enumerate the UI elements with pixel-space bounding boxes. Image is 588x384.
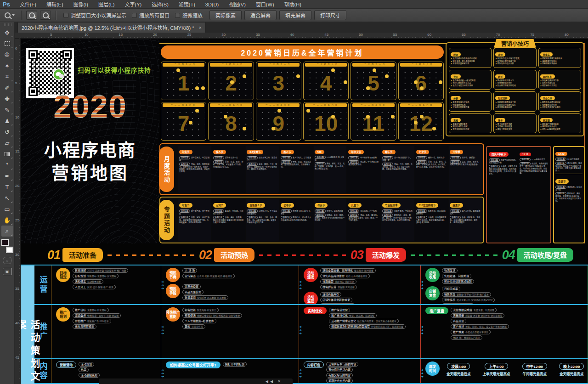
mindmap-item: 店铺整体流量转化效果 <box>320 298 352 302</box>
tip-bullet: 团长佣金激励拉新 <box>495 106 534 109</box>
menu-item[interactable]: 图像(I) <box>68 2 93 7</box>
view-button-打印尺寸[interactable]: 打印尺寸 <box>314 10 346 20</box>
vertical-ruler[interactable]: 051015202530354045 <box>15 39 21 384</box>
tool-flyout-arrow <box>11 69 12 70</box>
horizontal-ruler[interactable]: 5101520253035404550556065707580 <box>15 33 588 39</box>
foreground-color-swatch[interactable] <box>1 239 9 246</box>
option-checkbox[interactable]: 调整窗口大小以满屏显示 <box>63 11 126 19</box>
mindmap-badge: 活动 监控 <box>304 292 318 304</box>
menu-item[interactable]: 图层(L) <box>93 2 119 7</box>
ruler-number: 55 <box>393 33 397 37</box>
menu-item[interactable]: 视图(V) <box>224 2 251 7</box>
year-end-card: 12.22 活动主题12.12年末狂欢 适用行业各行业通用，错过双11后，双12… <box>553 146 585 243</box>
path-selection-tool[interactable]: ↖ <box>1 192 13 203</box>
menu-item[interactable]: 帮助(H) <box>279 2 306 7</box>
industry-key: 适用行业 <box>315 214 326 217</box>
calendar-highlight-date <box>296 74 300 78</box>
zoom-in-button[interactable]: + <box>26 11 37 20</box>
mindmap-item-note: 营销后台·商品数据·页面数据 <box>197 296 226 299</box>
menu-item[interactable]: 滤镜(T) <box>174 2 200 7</box>
type-tool[interactable]: T <box>1 181 13 192</box>
option-checkbox[interactable]: 细微缩放 <box>175 11 203 19</box>
shape-tool[interactable]: ▭ <box>1 203 13 215</box>
activity-industry: 适用行业百货、家居、电子产品等，因家宴待客可提前烘托气氛，为家庭置换一波新年氛围… <box>179 216 210 224</box>
theme-key: 活动主题 <box>213 209 224 213</box>
checkbox-box[interactable] <box>63 13 68 18</box>
mindmap-item-note: 朋友圈·实时战报 <box>338 286 355 288</box>
option-checkboxes: 调整窗口大小以满屏显示缩放所有窗口细微缩放 <box>61 11 205 19</box>
mindmap-badge: 内容打造 <box>304 361 324 368</box>
mindmap-item: 活动规划 <box>79 362 94 367</box>
phase-column-4: 群发 时间凌晨4:00全天曝光最低点上午8:00上半天曝光最高点中午12:00午… <box>421 359 588 383</box>
monthly-cards: 年货节活动主题迎年货大礼，年货促销购适用行业食品、生鲜、家居百货等，结合年前用户… <box>177 144 483 194</box>
view-button-适合屏幕[interactable]: 适合屏幕 <box>244 10 277 20</box>
menu-item[interactable]: 3D(D) <box>200 2 224 7</box>
eyedropper-tool[interactable]: ✐ <box>1 82 13 93</box>
menu-item[interactable]: 编辑(E) <box>41 2 68 7</box>
tip-bullet: 预告加回放沉淀内容 <box>451 128 490 131</box>
activity-title: 年货节 <box>179 203 192 208</box>
panel-grip[interactable] <box>3 23 12 26</box>
history-brush-tool[interactable]: ↺ <box>1 126 13 137</box>
move-tool[interactable]: ✥ <box>1 27 13 38</box>
tip-label: 社区团购 <box>495 96 510 100</box>
zoom-out-button[interactable]: − <box>40 11 51 20</box>
crop-tool[interactable]: ⌗ <box>1 71 13 82</box>
calendar-month-number: 3 <box>256 67 301 100</box>
hand-tool[interactable]: ✋ <box>1 215 13 226</box>
document-tab[interactable]: 2020小程序电商营销地图.jpg @ 12.5% (扫码可以获得小程序扶持, … <box>17 22 206 33</box>
activity-industry: 适用行业美妆、珠宝、服饰、鲜花、巧克力等，可设置情人节专题，为TA挑选心仪礼品。 <box>213 160 244 168</box>
rectangular-marquee-tool[interactable] <box>1 38 13 49</box>
calendar-weekday-header: 一二三四五六日 <box>163 63 204 67</box>
calendar-month-card: 一二三四五六日3 <box>256 62 301 100</box>
row-columns: 目标 制定目标拆解2019年活动复盘·同比增长率·推广预算目标规划销售目标·流量… <box>51 265 588 304</box>
background-color-swatch[interactable] <box>6 247 13 253</box>
qr-finder <box>62 50 72 59</box>
menu-item[interactable]: 选择(S) <box>147 2 174 7</box>
activity-theme: 活动主题5.20谐音表白“你”大促销 <box>315 156 346 161</box>
zoom-tool[interactable]: ⌕ <box>1 226 13 237</box>
calendar-grid: 一二三四五六日1一二三四五六日2一二三四五六日3一二三四五六日4一二三四五六日5… <box>161 62 444 141</box>
tip-card: 直播直播间专属优惠券限时秒杀配合讲解预告加回放沉淀内容 <box>449 113 492 134</box>
checkbox-box[interactable] <box>175 13 180 18</box>
menu-item[interactable]: 文字(Y) <box>119 2 147 7</box>
menu-item[interactable]: 文件(F) <box>15 2 41 7</box>
bottom-strip[interactable]: ◀◀ ✕ <box>99 378 293 384</box>
mindmap-item: 热卖 <box>79 367 89 372</box>
mindmap-item-note: 活动整体规划 <box>87 280 101 283</box>
option-checkbox[interactable]: 缩放所有窗口 <box>132 11 170 19</box>
checkbox-box[interactable] <box>132 13 137 18</box>
activity-title: 七夕节 <box>416 150 430 154</box>
mindmap-item: 推广素材优化文案、商品图、活动海报 <box>329 313 377 318</box>
current-tool-indicator[interactable] <box>3 12 17 18</box>
tip-card: 社区团购社区团长建群接龙下单次日自提降低履约成本团长佣金激励拉新 <box>493 91 536 112</box>
brush-tool[interactable]: ✎ <box>1 104 13 115</box>
screen-mode-icon[interactable]: ▣ <box>3 268 12 275</box>
quick-mask-icon[interactable]: ◌ <box>3 257 12 264</box>
pen-tool[interactable]: ✒ <box>1 170 13 181</box>
lasso-tool[interactable]: ✇ <box>1 49 13 60</box>
color-swatches[interactable] <box>1 239 13 253</box>
document-canvas[interactable]: 扫码可以获得小程序扶持 2020 小程序电商 营销地图 2020营销日历&全年营… <box>21 39 588 384</box>
view-button-实际像素[interactable]: 实际像素 <box>209 10 242 20</box>
industry-key: 适用行业 <box>450 160 461 164</box>
tool-list: ✥✇✶⌗✐✚✎♟↺▱❜✒T↖▭✋⌕ <box>1 27 13 237</box>
mindmap-badge: 推广 规划 <box>56 307 70 322</box>
activity-industry: 适用行业食品、生鲜、家居百货等，结合年前用户消费需求，推出年货爆款：囤年货/送礼… <box>179 163 210 173</box>
blur-tool[interactable]: ❜ <box>1 159 13 170</box>
mindmap-item-note: 异业合作等 <box>192 325 203 328</box>
mindmap-item: 活动细案活动整体规划 <box>73 279 103 284</box>
tip-card: 朋友圈朋友圈广告精准投放素材测试优化点击结合LBS触达周边客群 <box>538 113 581 134</box>
calendar-month-card: 一二三四五六日2 <box>208 62 254 100</box>
gradient-tool[interactable] <box>1 148 13 159</box>
menu-item[interactable]: 窗口(W) <box>251 2 279 7</box>
mindmap-items: 目标拆解2019年活动复盘·同比增长率·推广预算目标规划销售目标·流量目标·运营… <box>73 268 128 290</box>
document-tab-title: 2020小程序电商营销地图.jpg @ 12.5% (扫码可以获得小程序扶持, … <box>22 24 194 31</box>
close-icon[interactable]: × <box>198 25 201 30</box>
view-button-填充屏幕[interactable]: 填充屏幕 <box>279 10 311 20</box>
healing-brush-tool[interactable]: ✚ <box>1 93 13 104</box>
eraser-tool[interactable]: ▱ <box>1 137 13 148</box>
clone-stamp-tool[interactable]: ♟ <box>1 115 13 126</box>
activity-title: 818发烧购物节 <box>416 203 439 208</box>
magic-wand-tool[interactable]: ✶ <box>1 60 13 71</box>
